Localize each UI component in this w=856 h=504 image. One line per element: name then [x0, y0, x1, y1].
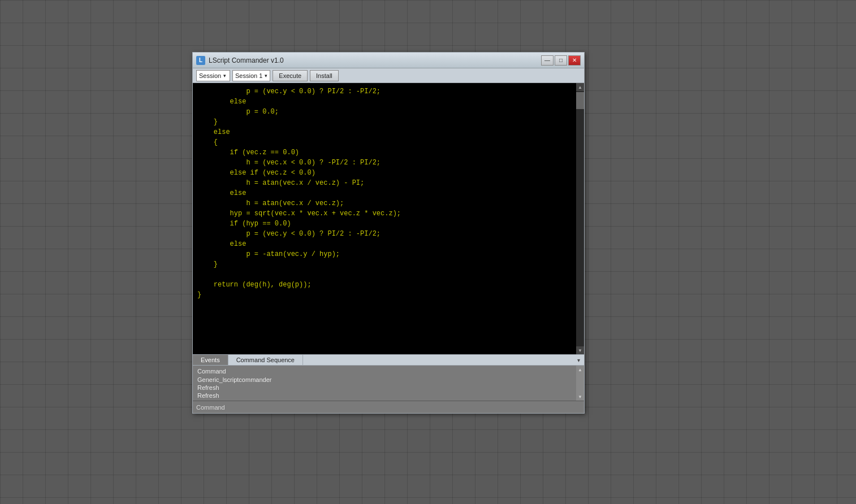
scroll-up-btn[interactable]: ▲: [576, 83, 584, 91]
minimize-button[interactable]: —: [541, 55, 554, 66]
code-scrollbar-vertical[interactable]: ▲ ▼: [576, 83, 584, 354]
list-item: Refresh: [195, 384, 574, 392]
scroll-up-btn[interactable]: ▲: [576, 366, 584, 373]
events-list: Command Generic_lscriptcommander Refresh…: [193, 366, 576, 401]
main-window: L LScript Commander v1.0 — □ ✕ Session S…: [192, 52, 585, 414]
session-dropdown[interactable]: Session: [196, 70, 230, 81]
execute-button[interactable]: Execute: [273, 70, 308, 81]
maximize-button[interactable]: □: [555, 55, 567, 66]
tab-events[interactable]: Events: [193, 355, 228, 365]
close-button[interactable]: ✕: [568, 55, 581, 66]
scroll-down-btn[interactable]: ▼: [576, 346, 584, 354]
bottom-panel: Events Command Sequence ▾ Command Generi…: [193, 354, 584, 413]
events-panel: Command Generic_lscriptcommander Refresh…: [193, 366, 584, 401]
tab-command-sequence[interactable]: Command Sequence: [228, 355, 303, 365]
window-controls: — □ ✕: [541, 55, 581, 66]
app-icon: L: [196, 56, 205, 65]
events-scrollbar-vertical[interactable]: ▲ ▼: [576, 366, 584, 401]
list-item: Generic_lscriptcommander: [195, 376, 574, 384]
command-label: Command: [196, 404, 225, 411]
title-bar: L LScript Commander v1.0 — □ ✕: [193, 53, 584, 68]
session1-dropdown[interactable]: Session 1: [232, 70, 270, 81]
tabs-arrow[interactable]: ▾: [573, 355, 584, 365]
scroll-down-btn[interactable]: ▼: [576, 393, 584, 401]
command-bar: Command: [193, 401, 584, 413]
tabs-bar: Events Command Sequence ▾: [193, 354, 584, 366]
list-item: Refresh: [195, 392, 574, 399]
toolbar: Session Session 1 Execute Install: [193, 68, 584, 83]
scroll-thumb[interactable]: [576, 92, 584, 109]
install-button[interactable]: Install: [310, 70, 339, 81]
events-header: Command: [195, 367, 574, 376]
code-content: p = (vec.y < 0.0) ? PI/2 : -PI/2; else p…: [193, 83, 576, 354]
window-title: LScript Commander v1.0: [209, 57, 541, 64]
code-editor[interactable]: p = (vec.y < 0.0) ? PI/2 : -PI/2; else p…: [193, 83, 584, 354]
